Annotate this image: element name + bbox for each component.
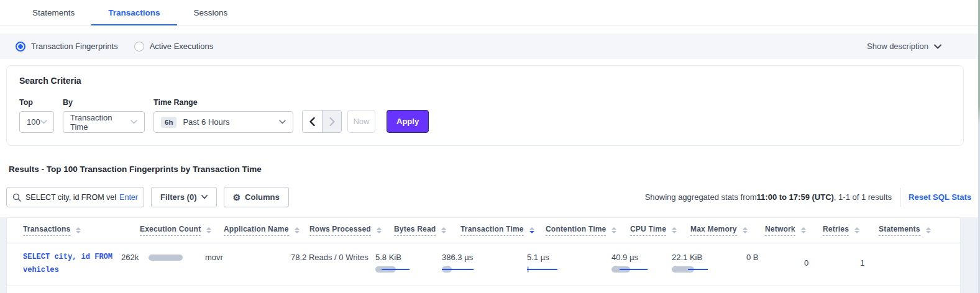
sort-icon[interactable] <box>672 227 677 234</box>
show-description-toggle[interactable]: Show description <box>867 42 941 51</box>
columns-button[interactable]: ⚙ Columns <box>224 187 289 207</box>
search-criteria-title: Search Criteria <box>19 76 951 86</box>
sort-icon[interactable] <box>801 227 806 234</box>
tab-sessions[interactable]: Sessions <box>177 0 245 25</box>
results-table-band: Transactions Execution Count Application… <box>0 217 980 293</box>
reset-sql-stats-link[interactable]: Reset SQL Stats <box>909 192 971 202</box>
search-box: Enter <box>6 187 144 207</box>
cell-execution-count: 262k <box>121 251 205 277</box>
search-enter-hint: Enter <box>119 193 138 202</box>
results-title: Results - Top 100 Transaction Fingerprin… <box>9 165 980 174</box>
table-row: SELECT city, id FROM vehicles 262k movr … <box>7 243 960 286</box>
aggregated-stats-text: Showing aggregated stats from 11:00 to 1… <box>645 192 892 202</box>
time-range-value: Past 6 Hours <box>183 117 229 127</box>
column-header-cpu-time[interactable]: CPU Time <box>630 225 690 236</box>
column-header-execution-count[interactable]: Execution Count <box>140 225 224 236</box>
time-range-label: Time Range <box>153 98 293 107</box>
cell-application-name: movr <box>205 251 291 277</box>
cell-statements: 1 <box>860 251 910 277</box>
bytes-read-bar <box>375 266 411 273</box>
top-label: Top <box>19 98 54 107</box>
cell-retries: 0 <box>804 251 860 277</box>
apply-button[interactable]: Apply <box>387 110 429 133</box>
execution-count-bar <box>149 255 183 261</box>
view-toggle-band: Transaction Fingerprints Active Executio… <box>0 34 980 59</box>
sort-icon[interactable] <box>441 227 446 234</box>
time-prev-button[interactable] <box>303 110 322 132</box>
table-header-row: Transactions Execution Count Application… <box>7 218 960 243</box>
time-range-field: Time Range 6h Past 6 Hours <box>153 98 293 133</box>
columns-label: Columns <box>245 192 280 202</box>
sort-icon[interactable] <box>377 227 382 234</box>
radio-label: Transaction Fingerprints <box>31 42 118 51</box>
column-header-statements[interactable]: Statements <box>879 225 928 236</box>
tab-statements[interactable]: Statements <box>16 0 91 25</box>
radio-label: Active Executions <box>150 42 214 51</box>
sort-icon[interactable] <box>743 227 748 234</box>
by-select[interactable]: Transaction Time <box>63 111 145 133</box>
sort-icon[interactable] <box>926 227 931 234</box>
chevron-down-icon <box>201 195 208 199</box>
sort-icon[interactable] <box>529 227 534 234</box>
column-header-rows-processed[interactable]: Rows Processed <box>309 225 394 236</box>
cell-transaction-time: 386.3 µs <box>442 251 527 277</box>
chevron-down-icon <box>131 120 137 124</box>
filters-button[interactable]: Filters (0) <box>151 187 217 207</box>
stats-time-range: 11:00 to 17:59 (UTC) <box>757 192 834 202</box>
column-header-transaction-time[interactable]: Transaction Time <box>460 225 546 236</box>
time-range-badge: 6h <box>161 117 176 128</box>
sort-icon[interactable] <box>611 227 616 234</box>
now-button[interactable]: Now <box>347 110 375 133</box>
tab-transactions[interactable]: Transactions <box>91 0 176 25</box>
search-input[interactable] <box>25 193 116 202</box>
time-next-button[interactable] <box>322 110 341 132</box>
show-description-label: Show description <box>867 42 928 51</box>
max-memory-bar <box>672 266 708 273</box>
divider <box>900 188 900 207</box>
top-value: 100 <box>27 117 40 127</box>
results-table: Transactions Execution Count Application… <box>6 217 961 293</box>
top-field: Top 100 <box>19 98 54 133</box>
chevron-left-icon <box>309 117 315 126</box>
radio-selected-icon <box>16 42 25 52</box>
sort-icon[interactable] <box>295 227 300 234</box>
radio-active-executions[interactable]: Active Executions <box>134 42 214 52</box>
gear-icon: ⚙ <box>233 193 241 202</box>
cell-max-memory: 22.1 KiB <box>672 251 746 277</box>
cell-contention-time: 5.1 µs <box>527 251 611 277</box>
chevron-right-icon <box>329 117 335 126</box>
column-header-application-name[interactable]: Application Name <box>224 225 309 236</box>
by-field: By Transaction Time <box>63 98 145 133</box>
sort-icon[interactable] <box>854 227 859 234</box>
column-header-contention-time[interactable]: Contention Time <box>546 225 630 236</box>
cell-bytes-read: 5.8 KiB <box>375 251 442 277</box>
radio-transaction-fingerprints[interactable]: Transaction Fingerprints <box>16 42 118 52</box>
tab-bar: Statements Transactions Sessions <box>0 0 980 25</box>
time-nav-group <box>302 110 342 133</box>
chevron-down-icon <box>934 44 941 49</box>
column-header-transactions[interactable]: Transactions <box>23 225 140 236</box>
search-criteria-card: Search Criteria Top 100 By Transaction T… <box>6 65 964 146</box>
transaction-time-bar <box>442 266 478 273</box>
by-value: Transaction Time <box>70 113 131 132</box>
search-icon <box>12 193 21 202</box>
results-toolbar: Enter Filters (0) ⚙ Columns Showing aggr… <box>6 187 971 207</box>
by-label: By <box>63 98 145 107</box>
column-header-bytes-read[interactable]: Bytes Read <box>394 225 460 236</box>
cell-cpu-time: 40.9 µs <box>611 251 672 277</box>
time-range-select[interactable]: 6h Past 6 Hours <box>153 111 293 133</box>
transaction-fingerprint-link[interactable]: SELECT city, id FROM vehicles <box>23 251 121 277</box>
sort-icon[interactable] <box>206 227 211 234</box>
cell-rows-processed: 78.2 Reads / 0 Writes <box>291 251 375 277</box>
cell-network: 0 B <box>746 251 804 277</box>
contention-time-bar <box>527 266 563 273</box>
filters-label: Filters (0) <box>160 192 197 202</box>
top-select[interactable]: 100 <box>19 111 54 133</box>
column-header-max-memory[interactable]: Max Memory <box>690 225 765 236</box>
column-header-retries[interactable]: Retries <box>823 225 879 236</box>
radio-unselected-icon <box>134 42 144 52</box>
chevron-down-icon <box>40 120 47 124</box>
cpu-time-bar <box>611 266 648 273</box>
column-header-network[interactable]: Network <box>765 225 823 236</box>
sort-icon[interactable] <box>76 227 81 234</box>
